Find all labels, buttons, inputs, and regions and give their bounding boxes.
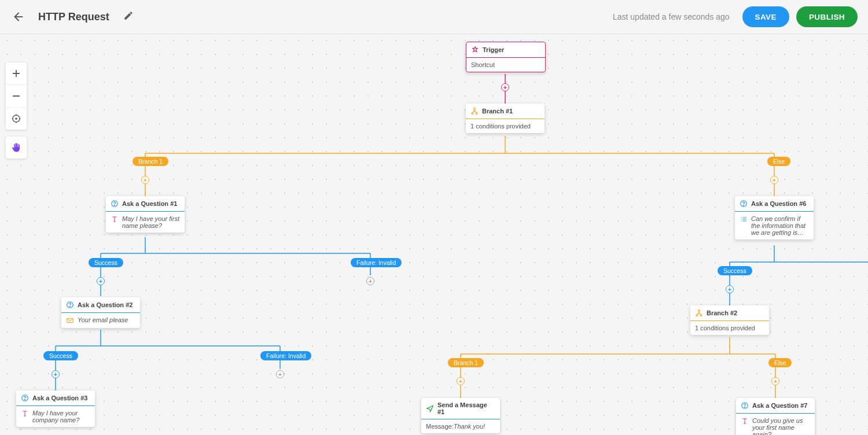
add-step-button[interactable]: + — [366, 277, 374, 285]
last-updated-text: Last updated a few seconds ago — [613, 12, 730, 21]
text-icon — [21, 410, 29, 418]
trigger-icon — [471, 46, 479, 54]
node-title: Ask a Question #1 — [122, 200, 177, 207]
zoom-in-button[interactable] — [6, 62, 27, 84]
recenter-button[interactable] — [6, 107, 27, 130]
node-branch-1[interactable]: Branch #1 1 conditions provided — [466, 104, 545, 133]
svg-point-11 — [25, 399, 25, 400]
add-step-button[interactable]: + — [141, 176, 149, 184]
add-step-button[interactable]: + — [52, 370, 60, 378]
node-title: Trigger — [483, 46, 504, 53]
question-icon — [741, 401, 749, 410]
question-icon — [21, 394, 29, 402]
pill-success[interactable]: Success — [89, 258, 123, 267]
zoom-out-button[interactable] — [6, 84, 27, 107]
question-icon — [66, 301, 74, 309]
node-body: Shortcut — [471, 61, 495, 68]
node-question-2[interactable]: Ask a Question #2 Your email please — [61, 297, 140, 328]
pill-failure[interactable]: Failure: Invalid — [260, 351, 311, 360]
node-body: Could you give us your first name again? — [752, 417, 810, 435]
pill-branch-1[interactable]: Branch 1 — [133, 157, 168, 166]
svg-point-1 — [16, 118, 17, 119]
node-body: Your email please — [78, 316, 128, 323]
node-header: Ask a Question #2 — [61, 297, 140, 313]
add-step-button[interactable]: + — [501, 83, 509, 91]
node-body: May I have your company name? — [32, 410, 90, 423]
node-question-1[interactable]: Ask a Question #1 May I have your first … — [106, 196, 185, 233]
canvas-tools — [6, 62, 27, 165]
node-title: Branch #1 — [482, 108, 513, 115]
pill-failure[interactable]: Failure: Invalid — [351, 258, 402, 267]
add-step-button[interactable]: + — [771, 377, 779, 385]
add-step-button[interactable]: + — [276, 370, 284, 378]
branch-icon — [695, 309, 703, 317]
node-title: Branch #2 — [707, 309, 737, 316]
page-title: HTTP Request — [38, 11, 109, 23]
pill-success[interactable]: Success — [43, 351, 78, 360]
edit-icon[interactable] — [123, 10, 134, 23]
node-title: Ask a Question #2 — [78, 301, 133, 308]
node-header: Trigger — [466, 42, 545, 58]
question-icon — [740, 200, 748, 208]
pill-success[interactable]: Success — [718, 266, 752, 275]
question-icon — [111, 200, 119, 208]
svg-point-6 — [115, 205, 115, 205]
node-header: Branch #2 — [690, 305, 769, 321]
node-branch-2[interactable]: Branch #2 1 conditions provided — [690, 305, 769, 335]
node-header: Ask a Question #7 — [736, 398, 815, 414]
send-icon — [426, 404, 434, 412]
text-icon — [111, 215, 119, 223]
svg-point-16 — [700, 315, 702, 316]
svg-point-8 — [70, 306, 71, 307]
list-icon — [740, 215, 748, 223]
mail-icon — [66, 316, 74, 325]
node-header: Send a Message #1 — [421, 398, 500, 419]
svg-point-13 — [744, 205, 744, 205]
node-message-1[interactable]: Send a Message #1 Message: Thank you! — [421, 398, 500, 433]
svg-point-4 — [476, 113, 477, 115]
add-step-button[interactable]: + — [770, 176, 778, 184]
node-body: 1 conditions provided — [470, 123, 531, 130]
node-trigger[interactable]: Trigger Shortcut — [466, 42, 546, 72]
header-bar: HTTP Request Last updated a few seconds … — [0, 0, 868, 34]
node-body: 1 conditions provided — [695, 325, 755, 331]
save-button[interactable]: SAVE — [742, 6, 789, 27]
message-label: Message: — [426, 423, 454, 430]
add-step-button[interactable]: + — [726, 285, 734, 293]
pill-else[interactable]: Else — [768, 358, 792, 367]
pill-branch-1[interactable]: Branch 1 — [448, 358, 484, 367]
node-question-7[interactable]: Ask a Question #7 Could you give us your… — [736, 398, 815, 435]
node-question-3[interactable]: Ask a Question #3 May I have your compan… — [16, 390, 95, 427]
node-header: Ask a Question #6 — [735, 196, 814, 212]
node-body: May I have your first name please? — [122, 215, 180, 229]
node-header: Ask a Question #3 — [16, 390, 95, 406]
flow-canvas[interactable]: Trigger Shortcut + Branch #1 1 condition… — [0, 34, 868, 435]
node-header: Ask a Question #1 — [106, 196, 185, 212]
node-title: Ask a Question #6 — [751, 200, 806, 207]
node-body: Can we confirm if the information that w… — [751, 215, 809, 236]
node-header: Branch #1 — [466, 104, 545, 119]
node-title: Ask a Question #7 — [752, 402, 807, 409]
back-arrow-icon[interactable] — [10, 9, 27, 25]
branch-icon — [470, 107, 479, 115]
text-icon — [741, 417, 749, 425]
node-title: Ask a Question #3 — [32, 395, 87, 401]
svg-point-14 — [698, 309, 700, 311]
node-title: Send a Message #1 — [437, 401, 495, 415]
svg-point-2 — [474, 108, 476, 109]
svg-point-18 — [745, 407, 745, 407]
svg-point-15 — [696, 315, 698, 316]
add-step-button[interactable]: + — [457, 377, 465, 385]
pan-hand-button[interactable] — [6, 137, 27, 158]
svg-point-3 — [472, 113, 473, 115]
add-step-button[interactable]: + — [97, 277, 105, 285]
publish-button[interactable]: PUBLISH — [796, 6, 858, 27]
node-question-6[interactable]: Ask a Question #6 Can we confirm if the … — [735, 196, 814, 239]
pill-else[interactable]: Else — [767, 157, 790, 166]
node-body: Thank you! — [454, 423, 485, 430]
